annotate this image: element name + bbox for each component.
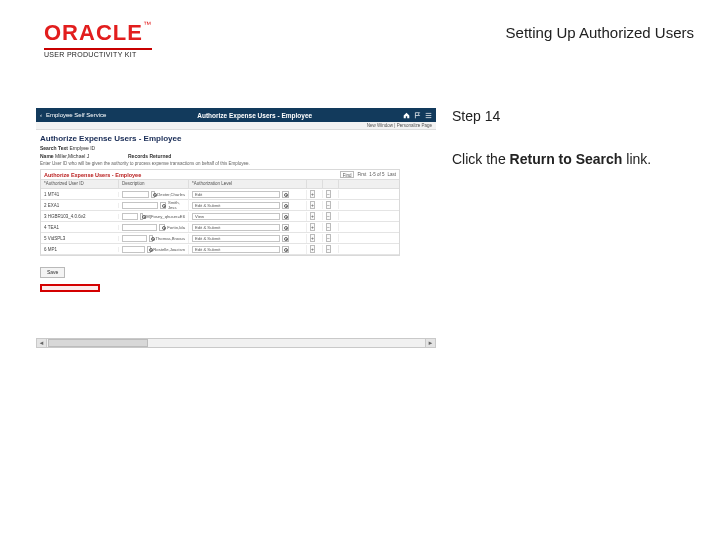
nav-range: 1-5 of 5 xyxy=(369,172,384,177)
app-subbar: New Window | Personalize Page xyxy=(36,122,436,130)
col-del xyxy=(323,180,339,188)
col-desc: Description xyxy=(119,180,189,188)
name-label: Name xyxy=(40,153,54,159)
table-row: 2 EXA1 Smith, Jess Edit & Submit + − xyxy=(41,200,399,211)
section-title: Authorize Expense Users - Employee xyxy=(36,130,436,145)
search-row: Search Text Emplyee ID xyxy=(36,145,436,153)
row-id: 5 VidSPL3 xyxy=(41,236,119,241)
desc-text: [M]Fosey_qhuser=E6 xyxy=(145,214,185,219)
name-row: Name Miller,Michael J Records Returned xyxy=(36,153,436,161)
desc-text: Smith, Jess xyxy=(168,200,185,210)
table-nav: Find First 1-5 of 5 Last xyxy=(340,171,396,178)
auth-users-table: Authorize Expense Users - Employee Find … xyxy=(40,169,400,256)
table-row: 3 HGBR103_4.0.6v2 [M]Fosey_qhuser=E6 Vie… xyxy=(41,211,399,222)
row-id: 2 EXA1 xyxy=(41,203,119,208)
lookup-icon[interactable] xyxy=(159,224,165,231)
flag-icon[interactable] xyxy=(414,112,421,119)
delete-row-button[interactable]: − xyxy=(326,234,331,242)
instr-suffix: link. xyxy=(622,151,651,167)
level-select[interactable]: View xyxy=(192,213,280,220)
row-id: 4 TEA1 xyxy=(41,225,119,230)
add-row-button[interactable]: + xyxy=(310,190,315,198)
name-value: Miller,Michael J xyxy=(55,153,89,159)
scroll-thumb[interactable] xyxy=(48,339,148,347)
find-button[interactable]: Find xyxy=(340,171,355,178)
brand-name: ORACLE xyxy=(44,20,143,45)
col-level: *Authorization Level xyxy=(189,180,307,188)
scroll-right-icon[interactable]: ► xyxy=(425,339,435,347)
lookup-icon[interactable] xyxy=(149,235,154,242)
userid-input[interactable] xyxy=(122,213,138,220)
col-userid: *Authorized User ID xyxy=(41,180,119,188)
table-header-bar: Authorize Expense Users - Employee Find … xyxy=(41,170,399,180)
back-icon[interactable]: ‹ xyxy=(40,112,42,118)
instruction-panel: Step 14 Click the Return to Search link. xyxy=(452,108,702,168)
search-value: Emplyee ID xyxy=(69,145,95,151)
nav-last[interactable]: Last xyxy=(387,172,396,177)
page-title: Setting Up Authorized Users xyxy=(506,24,694,41)
nav-first[interactable]: First xyxy=(357,172,366,177)
lookup-icon[interactable] xyxy=(147,246,151,253)
level-select[interactable]: Edit & Submit xyxy=(192,235,280,242)
desc-text: Fortin,Ida xyxy=(167,225,185,230)
appbar-left-title: Employee Self Service xyxy=(46,112,106,118)
chevron-down-icon[interactable] xyxy=(282,224,289,231)
desc-text: Rostelle,Joacism xyxy=(153,247,185,252)
brand-logo: ORACLE™ USER PRODUCTIVITY KIT xyxy=(44,20,164,58)
add-row-button[interactable]: + xyxy=(310,245,315,253)
brand-tm: ™ xyxy=(143,20,151,29)
table-row: 5 VidSPL3 Thomas,Broous Edit & Submit + … xyxy=(41,233,399,244)
delete-row-button[interactable]: − xyxy=(326,212,331,220)
level-select[interactable]: Edit & Submit xyxy=(192,202,280,209)
level-select[interactable]: Edit & Submit xyxy=(192,224,280,231)
appbar-icon-group xyxy=(403,112,432,119)
chevron-down-icon[interactable] xyxy=(282,213,289,220)
chevron-down-icon[interactable] xyxy=(282,191,289,198)
step-label: Step 14 xyxy=(452,108,702,124)
instruction-text: Click the Return to Search link. xyxy=(452,150,702,168)
delete-row-button[interactable]: − xyxy=(326,245,331,253)
records-label: Records Returned xyxy=(128,153,171,159)
userid-input[interactable] xyxy=(122,191,149,198)
chevron-down-icon[interactable] xyxy=(282,202,289,209)
row-id: 6 MP1 xyxy=(41,247,119,252)
home-icon[interactable] xyxy=(403,112,410,119)
search-label: Search Text xyxy=(40,145,68,151)
save-button[interactable]: Save xyxy=(40,267,65,278)
userid-input[interactable] xyxy=(122,235,147,242)
delete-row-button[interactable]: − xyxy=(326,223,331,231)
horizontal-scrollbar[interactable]: ◄ ► xyxy=(36,338,436,348)
userid-input[interactable] xyxy=(122,246,145,253)
add-row-button[interactable]: + xyxy=(310,234,315,242)
add-row-button[interactable]: + xyxy=(310,201,315,209)
scroll-left-icon[interactable]: ◄ xyxy=(37,339,47,347)
appbar-center-title: Authorize Expense Users - Employee xyxy=(106,112,403,119)
helper-text: Enter User ID who will be given the auth… xyxy=(36,161,436,169)
row-id: 3 HGBR103_4.0.6v2 xyxy=(41,214,119,219)
delete-row-button[interactable]: − xyxy=(326,190,331,198)
return-to-search-highlight[interactable] xyxy=(40,284,100,292)
delete-row-button[interactable]: − xyxy=(326,201,331,209)
chevron-down-icon[interactable] xyxy=(282,246,289,253)
desc-text: Thomas,Broous xyxy=(155,236,185,241)
lookup-icon[interactable] xyxy=(160,202,166,209)
table-row: 6 MP1 Rostelle,Joacism Edit & Submit + − xyxy=(41,244,399,255)
menu-icon[interactable] xyxy=(425,112,432,119)
userid-input[interactable] xyxy=(122,224,157,231)
app-screenshot: ‹ Employee Self Service Authorize Expens… xyxy=(36,108,436,348)
level-select[interactable]: Edit xyxy=(192,191,280,198)
table-row: 4 TEA1 Fortin,Ida Edit & Submit + − xyxy=(41,222,399,233)
lookup-icon[interactable] xyxy=(140,213,143,220)
level-select[interactable]: Edit & Submit xyxy=(192,246,280,253)
table-title: Authorize Expense Users - Employee xyxy=(44,172,141,178)
col-add xyxy=(307,180,323,188)
row-id: 1 MT41 xyxy=(41,192,119,197)
add-row-button[interactable]: + xyxy=(310,223,315,231)
lookup-icon[interactable] xyxy=(151,191,156,198)
table-columns: *Authorized User ID Description *Authori… xyxy=(41,180,399,189)
brand-sub: USER PRODUCTIVITY KIT xyxy=(44,51,164,58)
add-row-button[interactable]: + xyxy=(310,212,315,220)
chevron-down-icon[interactable] xyxy=(282,235,289,242)
desc-text: Dexter,Charles xyxy=(157,192,185,197)
userid-input[interactable] xyxy=(122,202,158,209)
